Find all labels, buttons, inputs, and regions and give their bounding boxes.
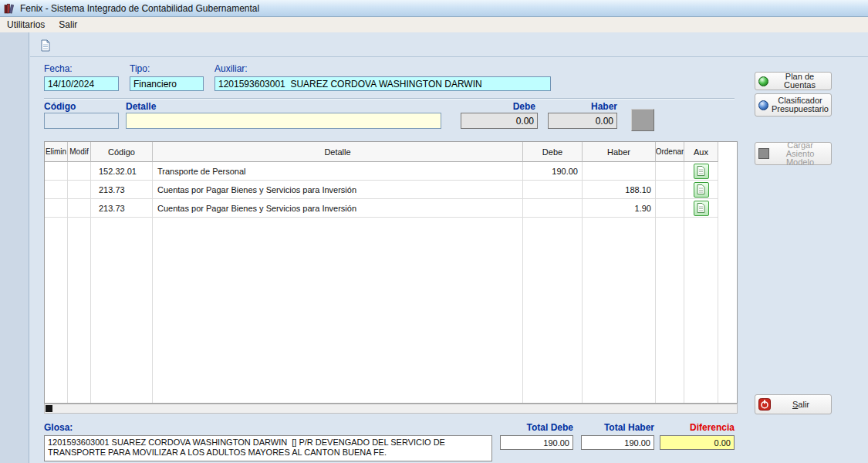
codigo-entry-input[interactable] bbox=[44, 113, 119, 129]
grid-horizontal-scrollbar[interactable] bbox=[44, 404, 738, 414]
glosa-textarea[interactable]: 1201593603001 SUAREZ CORDOVA WASHINGTON … bbox=[44, 435, 492, 461]
auxiliar-label: Auxiliar: bbox=[214, 63, 248, 74]
tipo-label: Tipo: bbox=[130, 63, 150, 74]
scrollbar-thumb[interactable] bbox=[46, 405, 52, 412]
application-window: Fenix - Sistema Integrado de Contabilida… bbox=[0, 0, 868, 463]
table-row[interactable]: 152.32.01 Transporte de Personal 190.00 bbox=[45, 162, 737, 181]
fecha-input[interactable] bbox=[44, 76, 119, 91]
blue-sphere-icon bbox=[758, 100, 768, 110]
power-icon bbox=[758, 398, 771, 411]
haber-entry-label: Haber bbox=[548, 101, 617, 112]
header-codigo: Código bbox=[91, 142, 153, 162]
haber-entry-input[interactable] bbox=[548, 113, 617, 129]
debe-cell: 190.00 bbox=[523, 162, 583, 181]
menu-item-salir[interactable]: Salir bbox=[52, 18, 84, 32]
debe-cell bbox=[523, 199, 583, 218]
plan-de-cuentas-label: Plan de Cuentas bbox=[772, 73, 828, 90]
aux-detail-button[interactable] bbox=[694, 164, 709, 179]
debe-entry-label: Debe bbox=[461, 101, 535, 112]
header-elimin: Elimin bbox=[45, 142, 68, 162]
header-ordenar: Ordenar bbox=[656, 142, 684, 162]
haber-cell bbox=[583, 162, 656, 181]
cargar-asiento-modelo-button[interactable]: Cargar Asiento Modelo bbox=[755, 142, 832, 165]
window-title: Fenix - Sistema Integrado de Contabilida… bbox=[20, 3, 259, 14]
auxiliar-input[interactable] bbox=[214, 76, 551, 91]
debe-cell bbox=[523, 181, 583, 199]
table-row[interactable]: 213.73 Cuentas por Pagar Bienes y Servic… bbox=[45, 199, 737, 218]
menu-item-utilitarios[interactable]: Utilitarios bbox=[0, 18, 52, 32]
cargar-asiento-label: Cargar Asiento Modelo bbox=[772, 141, 828, 167]
title-bar: Fenix - Sistema Integrado de Contabilida… bbox=[0, 0, 868, 17]
header-haber: Haber bbox=[583, 142, 656, 162]
detalle-cell: Transporte de Personal bbox=[153, 162, 523, 181]
elimin-cell bbox=[45, 162, 68, 181]
modif-cell bbox=[68, 181, 91, 199]
codigo-cell: 213.73 bbox=[91, 199, 153, 218]
form-divider bbox=[44, 98, 735, 100]
diferencia-field bbox=[660, 435, 735, 450]
total-debe-field bbox=[500, 435, 573, 450]
left-side-strip bbox=[0, 32, 29, 463]
aux-detail-button[interactable] bbox=[694, 182, 709, 198]
header-detalle: Detalle bbox=[153, 142, 523, 162]
ordenar-cell bbox=[656, 181, 684, 199]
entry-action-button[interactable] bbox=[631, 109, 654, 131]
elimin-cell bbox=[45, 199, 68, 218]
salir-label: Salir bbox=[774, 400, 828, 409]
total-haber-label: Total Haber bbox=[581, 422, 654, 433]
tipo-input[interactable] bbox=[130, 76, 204, 91]
elimin-cell bbox=[45, 181, 68, 199]
aux-cell bbox=[684, 181, 718, 199]
diferencia-label: Diferencia bbox=[660, 422, 735, 433]
entries-grid: Elimin Modif Código Detalle Debe Haber O… bbox=[44, 141, 738, 404]
header-aux: Aux bbox=[684, 142, 718, 162]
haber-cell: 1.90 bbox=[583, 199, 656, 218]
aux-document-icon bbox=[697, 166, 705, 176]
codigo-cell: 152.32.01 bbox=[91, 162, 153, 181]
toolbar bbox=[30, 32, 868, 57]
clasificador-presupuestario-button[interactable]: Clasificador Presupuestario bbox=[755, 93, 832, 117]
glosa-label: Glosa: bbox=[44, 422, 73, 433]
modif-cell bbox=[68, 162, 91, 181]
aux-document-icon bbox=[697, 203, 705, 213]
codigo-entry-label: Código bbox=[44, 101, 76, 112]
total-debe-label: Total Debe bbox=[500, 422, 573, 433]
menu-bar: Utilitarios Salir bbox=[0, 17, 868, 32]
detalle-cell: Cuentas por Pagar Bienes y Servicios par… bbox=[153, 199, 523, 218]
ordenar-cell bbox=[656, 162, 684, 181]
aux-detail-button[interactable] bbox=[694, 201, 709, 216]
detalle-entry-input[interactable] bbox=[126, 113, 441, 129]
new-document-button[interactable] bbox=[36, 36, 54, 54]
app-books-icon bbox=[4, 3, 16, 14]
codigo-cell: 213.73 bbox=[91, 181, 153, 199]
plan-de-cuentas-button[interactable]: Plan de Cuentas bbox=[755, 72, 832, 90]
haber-cell: 188.10 bbox=[583, 181, 656, 199]
aux-document-icon bbox=[697, 184, 705, 194]
grid-empty-area bbox=[45, 218, 737, 403]
salir-button[interactable]: Salir bbox=[755, 394, 832, 414]
total-haber-field bbox=[581, 435, 654, 450]
debe-entry-input[interactable] bbox=[461, 113, 538, 129]
detalle-entry-label: Detalle bbox=[126, 101, 156, 112]
aux-cell bbox=[684, 162, 718, 181]
header-modif: Modif bbox=[68, 142, 91, 162]
modif-cell bbox=[68, 199, 91, 218]
gray-square-icon bbox=[758, 148, 769, 159]
header-debe: Debe bbox=[523, 142, 583, 162]
clasificador-label: Clasificador Presupuestario bbox=[772, 96, 829, 113]
document-icon bbox=[39, 39, 52, 52]
table-row[interactable]: 213.73 Cuentas por Pagar Bienes y Servic… bbox=[45, 181, 737, 199]
aux-cell bbox=[684, 199, 718, 218]
green-sphere-icon bbox=[758, 76, 768, 86]
fecha-label: Fecha: bbox=[44, 63, 73, 74]
grid-header-row: Elimin Modif Código Detalle Debe Haber O… bbox=[45, 142, 737, 162]
detalle-cell: Cuentas por Pagar Bienes y Servicios par… bbox=[153, 181, 523, 199]
ordenar-cell bbox=[656, 199, 684, 218]
